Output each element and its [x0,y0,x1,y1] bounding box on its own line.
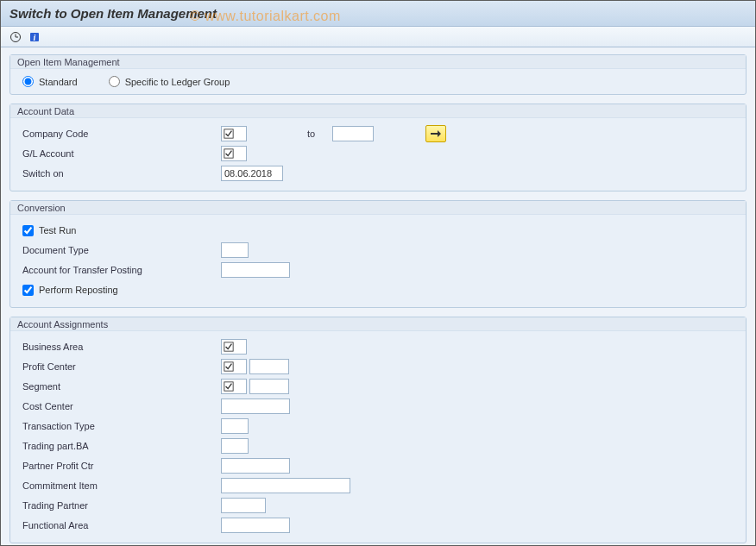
radio-standard-input[interactable] [22,76,34,87]
segment-selopt[interactable] [221,379,247,394]
cost-center-label: Cost Center [22,401,221,411]
gl-account-label: G/L Account [22,148,221,159]
switch-on-label: Switch on [22,168,221,179]
f4-check-icon [224,361,234,372]
segment-label: Segment [22,381,221,392]
f4-check-icon [224,129,234,139]
test-run-label: Test Run [39,225,76,235]
document-type-input[interactable] [221,242,249,258]
company-code-to-input[interactable] [332,126,374,141]
company-code-selopt[interactable] [221,126,247,141]
toolbar: i © www.tutorialkart.com [1,27,755,47]
f4-check-icon [224,148,234,159]
execute-button[interactable] [8,29,23,45]
svg-rect-9 [224,382,233,391]
page-title: Switch to Open Item Management [9,6,217,21]
perform-reposting-input[interactable] [22,285,34,296]
test-run-input[interactable] [22,225,34,236]
trading-partner-label: Trading Partner [22,500,221,511]
transfer-account-label: Account for Transfer Posting [22,265,221,275]
group-title-account-data: Account Data [10,104,746,118]
info-button[interactable]: i [27,29,42,45]
functional-area-label: Functional Area [22,520,221,530]
group-title-assignments: Account Assignments [10,317,746,331]
f4-check-icon [224,381,234,392]
transaction-type-label: Transaction Type [22,421,221,431]
trading-part-ba-label: Trading part.BA [22,441,221,451]
partner-profit-ctr-label: Partner Profit Ctr [22,461,221,471]
perform-reposting-label: Perform Reposting [39,285,118,295]
radio-specific-label: Specific to Ledger Group [125,77,230,87]
business-area-selopt[interactable] [221,339,247,355]
svg-rect-5 [224,129,233,138]
radio-specific[interactable]: Specific to Ledger Group [109,76,230,87]
svg-rect-6 [224,149,233,158]
transfer-account-input[interactable] [221,262,290,278]
trading-part-ba-input[interactable] [221,438,249,454]
f4-check-icon [224,342,234,352]
segment-input[interactable] [249,379,289,394]
partner-profit-ctr-input[interactable] [221,458,290,474]
perform-reposting-checkbox[interactable]: Perform Reposting [22,285,118,296]
group-title-conversion: Conversion [10,201,746,215]
test-run-checkbox[interactable]: Test Run [22,225,76,236]
profit-center-selopt[interactable] [221,359,247,374]
functional-area-input[interactable] [221,518,290,533]
svg-rect-7 [224,342,233,351]
cost-center-input[interactable] [221,399,290,414]
business-area-label: Business Area [22,342,221,352]
to-label: to [307,129,315,139]
radio-specific-input[interactable] [109,76,120,87]
gl-account-selopt[interactable] [221,146,247,161]
radio-standard-label: Standard [39,77,78,87]
group-account-assignments: Account Assignments Business Area Profit… [9,317,747,543]
info-icon: i [28,31,41,43]
group-title-oim: Open Item Management [10,55,746,69]
group-conversion: Conversion Test Run Document Type Accoun… [9,200,747,308]
clock-icon [9,31,22,43]
arrow-right-icon [431,129,441,138]
svg-text:i: i [34,33,36,42]
profit-center-input[interactable] [249,359,289,374]
commitment-item-label: Commitment Item [22,480,221,491]
company-code-multisel-button[interactable] [425,125,446,142]
radio-standard[interactable]: Standard [22,76,78,87]
group-open-item-management: Open Item Management Standard Specific t… [9,54,747,95]
transaction-type-input[interactable] [221,418,249,434]
trading-partner-input[interactable] [221,498,266,513]
profit-center-label: Profit Center [22,361,221,372]
switch-on-input[interactable] [221,166,283,181]
company-code-label: Company Code [22,129,221,139]
group-account-data: Account Data Company Code to G/L Account [9,104,747,191]
svg-rect-8 [224,362,233,371]
document-type-label: Document Type [22,245,221,255]
commitment-item-input[interactable] [221,478,350,493]
